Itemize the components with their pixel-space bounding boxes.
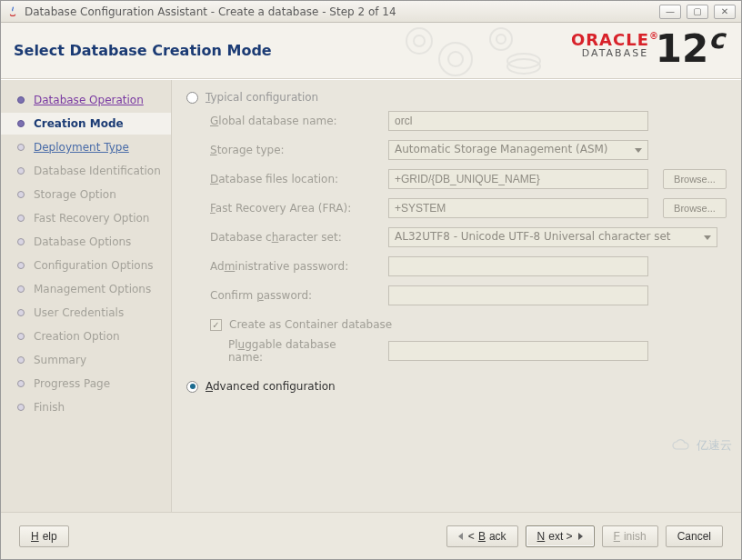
storage-type-label: Storage type: — [210, 144, 374, 156]
step-bullet-icon — [17, 262, 25, 269]
svg-point-2 — [439, 43, 472, 75]
charset-label: Database character set: — [210, 231, 374, 244]
radio-icon — [186, 381, 198, 393]
close-button[interactable]: ✕ — [714, 5, 736, 19]
step-bullet-icon — [17, 404, 25, 411]
radio-icon — [186, 92, 198, 104]
step-bullet-icon — [17, 238, 25, 245]
nav-step-4: Database Identification — [1, 160, 171, 182]
nav-step-label: Database Operation — [34, 94, 144, 106]
gears-decoration-icon — [392, 23, 546, 79]
global-db-name-label: Global database name: — [210, 115, 374, 127]
step-bullet-icon — [17, 309, 25, 316]
cancel-button[interactable]: Cancel — [666, 525, 723, 547]
admin-password-input — [388, 256, 648, 276]
cloud-icon — [671, 438, 693, 453]
svg-point-0 — [406, 28, 432, 54]
nav-step-14: Finish — [1, 396, 171, 418]
nav-step-1[interactable]: Database Operation — [1, 89, 171, 111]
step-bullet-icon — [17, 356, 25, 364]
next-button[interactable]: Next > — [526, 525, 595, 547]
content-area: Database OperationCreation ModeDeploymen… — [1, 79, 741, 512]
svg-point-5 — [496, 35, 506, 44]
fra-browse-button: Browse... — [663, 198, 727, 218]
nav-step-label: User Credentials — [34, 306, 124, 319]
wizard-footer: Help < Back Next > Finish Cancel — [1, 512, 741, 559]
nav-step-label: Configuration Options — [34, 259, 154, 272]
step-bullet-icon — [17, 215, 25, 222]
maximize-button[interactable]: ▢ — [687, 5, 708, 19]
fra-label: Fast Recovery Area (FRA): — [210, 202, 374, 215]
nav-step-label: Summary — [34, 354, 86, 366]
advanced-configuration-label: Advanced configuration — [206, 380, 336, 393]
nav-step-label: Creation Option — [34, 330, 120, 343]
nav-step-2: Creation Mode — [1, 113, 171, 135]
advanced-configuration-radio-row[interactable]: Advanced configuration — [186, 380, 727, 393]
wizard-header: Select Database Creation Mode ORACLE® DA… — [1, 23, 741, 79]
pluggable-db-input — [388, 341, 648, 361]
step-bullet-icon — [17, 191, 25, 198]
nav-step-label: Fast Recovery Option — [34, 212, 149, 225]
pluggable-row: Pluggable database name: — [228, 338, 727, 364]
nav-step-9: Management Options — [1, 278, 171, 300]
help-button[interactable]: Help — [19, 525, 69, 547]
container-db-label: Create as Container database — [229, 318, 392, 331]
app-window: Database Configuration Assistant - Creat… — [0, 0, 742, 560]
nav-step-label: Deployment Type — [34, 141, 129, 154]
global-db-name-input — [388, 111, 648, 131]
step-bullet-icon — [17, 333, 25, 340]
java-icon — [6, 5, 19, 18]
charset-select: AL32UTF8 - Unicode UTF-8 Universal chara… — [388, 227, 717, 247]
nav-step-10: User Credentials — [1, 302, 171, 324]
svg-point-3 — [448, 52, 463, 66]
container-db-checkbox: ✓ — [210, 319, 222, 331]
titlebar: Database Configuration Assistant - Creat… — [1, 1, 741, 23]
nav-step-7: Database Options — [1, 231, 171, 253]
nav-step-label: Creation Mode — [34, 117, 124, 130]
nav-step-3[interactable]: Deployment Type — [1, 136, 171, 158]
nav-step-12: Summary — [1, 349, 171, 371]
pluggable-db-label: Pluggable database name: — [228, 338, 374, 364]
storage-type-select: Automatic Storage Management (ASM) — [388, 140, 648, 160]
step-bullet-icon — [17, 120, 25, 127]
svg-point-1 — [414, 35, 425, 46]
oracle-version: 12c — [656, 23, 725, 71]
wizard-nav: Database OperationCreation ModeDeploymen… — [1, 80, 172, 512]
nav-step-label: Finish — [34, 401, 65, 414]
db-files-browse-button: Browse... — [663, 169, 727, 189]
step-bullet-icon — [17, 380, 25, 387]
confirm-password-input — [388, 285, 648, 305]
nav-step-label: Database Identification — [34, 165, 161, 177]
main-panel: Typical configuration Global database na… — [172, 80, 741, 512]
nav-step-label: Progress Page — [34, 377, 110, 390]
back-button[interactable]: < Back — [446, 525, 518, 547]
nav-step-8: Configuration Options — [1, 255, 171, 276]
nav-step-5: Storage Option — [1, 184, 171, 205]
typical-configuration-label: Typical configuration — [206, 91, 318, 104]
container-db-row: ✓ Create as Container database — [210, 318, 727, 331]
window-controls: — ▢ ✕ — [659, 5, 736, 19]
db-files-location-label: Database files location: — [210, 173, 374, 185]
step-bullet-icon — [17, 285, 25, 293]
confirm-password-label: Confirm password: — [210, 289, 374, 302]
step-bullet-icon — [17, 167, 25, 175]
minimize-button[interactable]: — — [659, 5, 681, 19]
svg-point-4 — [490, 28, 512, 50]
admin-password-label: Administrative password: — [210, 260, 374, 273]
nav-step-13: Progress Page — [1, 373, 171, 395]
nav-step-11: Creation Option — [1, 325, 171, 347]
fra-input — [388, 198, 648, 218]
oracle-brand-bottom: DATABASE — [571, 48, 659, 58]
page-title: Select Database Creation Mode — [14, 42, 272, 59]
nav-step-label: Database Options — [34, 235, 131, 248]
oracle-brand-top: ORACLE® — [571, 32, 659, 48]
watermark: 亿速云 — [671, 437, 732, 454]
step-bullet-icon — [17, 96, 25, 104]
nav-step-6: Fast Recovery Option — [1, 207, 171, 229]
db-files-location-input — [388, 169, 648, 189]
nav-step-label: Management Options — [34, 283, 151, 295]
step-bullet-icon — [17, 144, 25, 151]
nav-step-label: Storage Option — [34, 188, 116, 201]
typical-form: Global database name: Storage type: Auto… — [210, 111, 727, 305]
typical-configuration-radio-row[interactable]: Typical configuration — [186, 91, 727, 104]
